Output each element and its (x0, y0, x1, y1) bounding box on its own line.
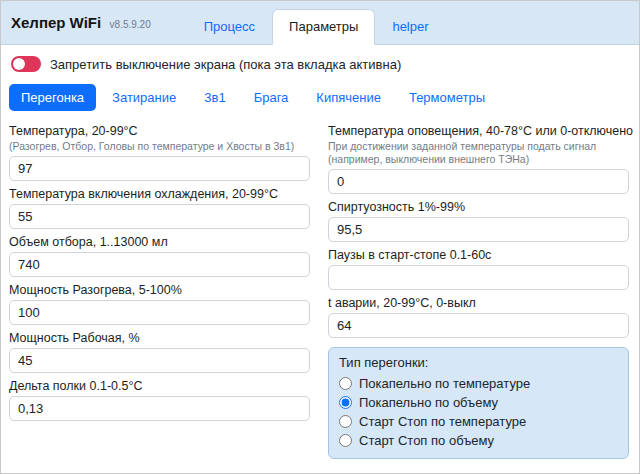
form-right-column: Температура оповещения, 40-78°C или 0-от… (328, 118, 629, 459)
distill-option-label: Старт Стоп по температуре (359, 414, 526, 429)
field-label: Объем отбора, 1..13000 мл (9, 235, 310, 249)
field-label: Температура оповещения, 40-78°C или 0-от… (328, 124, 629, 138)
field-hint: (Разогрев, Отбор, Головы по температуре … (9, 140, 310, 153)
distill-option-1[interactable]: Покапельно по объему (339, 393, 618, 412)
top-tabs: Процесс Параметры helper (187, 9, 446, 45)
tab-helper[interactable]: helper (375, 9, 445, 45)
field-hint: При достижении заданной температуры пода… (328, 140, 629, 166)
field-accident-temp: t аварии, 20-99°C, 0-выкл (328, 296, 629, 338)
tab-braga[interactable]: Брага (242, 84, 301, 111)
distill-option-label: Старт Стоп по объему (359, 433, 494, 448)
screen-lock-row: Запретить выключение экрана (пока эта вк… (1, 45, 639, 79)
app-window: Хелпер WiFi v8.5.9.20 Процесс Параметры … (0, 0, 640, 474)
temperature-input[interactable] (9, 156, 310, 181)
distill-type-radio-2[interactable] (339, 415, 352, 428)
toggle-knob (13, 58, 25, 70)
volume-input[interactable] (9, 252, 310, 277)
brand: Хелпер WiFi v8.5.9.20 (1, 14, 161, 44)
tab-peregonka[interactable]: Перегонка (9, 84, 96, 111)
tab-process[interactable]: Процесс (187, 9, 272, 45)
distill-option-0[interactable]: Покапельно по температуре (339, 374, 618, 393)
distill-type-panel: Тип перегонки: Покапельно по температуре… (328, 347, 629, 459)
tab-termometry[interactable]: Термометры (397, 84, 497, 111)
distill-option-label: Покапельно по объему (359, 395, 498, 410)
distill-type-radio-0[interactable] (339, 377, 352, 390)
screen-lock-label: Запретить выключение экрана (пока эта вк… (50, 57, 401, 72)
app-title: Хелпер WiFi (11, 14, 101, 31)
distill-type-radio-3[interactable] (339, 434, 352, 447)
field-temperature: Температура, 20-99°C (Разогрев, Отбор, Г… (9, 124, 310, 181)
distill-type-title: Тип перегонки: (339, 355, 618, 370)
header: Хелпер WiFi v8.5.9.20 Процесс Параметры … (1, 1, 639, 45)
pause-input[interactable] (328, 265, 629, 290)
section-tabs: Перегонка Затирание 3в1 Брага Кипячение … (1, 79, 639, 118)
working-power-input[interactable] (9, 348, 310, 373)
tab-parameters[interactable]: Параметры (272, 9, 375, 45)
distill-option-label: Покапельно по температуре (359, 376, 530, 391)
field-volume: Объем отбора, 1..13000 мл (9, 235, 310, 277)
cooling-temp-input[interactable] (9, 204, 310, 229)
field-label: Мощность Рабочая, % (9, 331, 310, 345)
screen-lock-toggle[interactable] (11, 56, 41, 72)
app-version: v8.5.9.20 (110, 19, 151, 30)
field-label: Паузы в старт-стопе 0.1-60с (328, 248, 629, 262)
field-alert-temp: Температура оповещения, 40-78°C или 0-от… (328, 124, 629, 194)
field-pause: Паузы в старт-стопе 0.1-60с (328, 248, 629, 290)
abv-input[interactable] (328, 217, 629, 242)
distill-option-3[interactable]: Старт Стоп по объему (339, 431, 618, 450)
field-heating-power: Мощность Разогрева, 5-100% (9, 283, 310, 325)
field-working-power: Мощность Рабочая, % (9, 331, 310, 373)
tab-3v1[interactable]: 3в1 (192, 84, 237, 111)
field-label: Температура, 20-99°C (9, 124, 310, 138)
delta-input[interactable] (9, 396, 310, 421)
field-label: t аварии, 20-99°C, 0-выкл (328, 296, 629, 310)
distill-type-radio-1[interactable] (339, 396, 352, 409)
alert-temp-input[interactable] (328, 169, 629, 194)
field-label: Дельта полки 0.1-0.5°C (9, 379, 310, 393)
accident-temp-input[interactable] (328, 313, 629, 338)
tab-kipyachenie[interactable]: Кипячение (304, 84, 393, 111)
heating-power-input[interactable] (9, 300, 310, 325)
field-label: Температура включения охлаждения, 20-99°… (9, 187, 310, 201)
tab-zatiranie[interactable]: Затирание (100, 84, 188, 111)
form-left-column: Температура, 20-99°C (Разогрев, Отбор, Г… (9, 118, 310, 459)
field-abv: Спиртуозность 1%-99% (328, 200, 629, 242)
field-label: Мощность Разогрева, 5-100% (9, 283, 310, 297)
field-label: Спиртуозность 1%-99% (328, 200, 629, 214)
parameters-form: Температура, 20-99°C (Разогрев, Отбор, Г… (1, 118, 639, 459)
field-delta: Дельта полки 0.1-0.5°C (9, 379, 310, 421)
distill-option-2[interactable]: Старт Стоп по температуре (339, 412, 618, 431)
field-cooling-temp: Температура включения охлаждения, 20-99°… (9, 187, 310, 229)
